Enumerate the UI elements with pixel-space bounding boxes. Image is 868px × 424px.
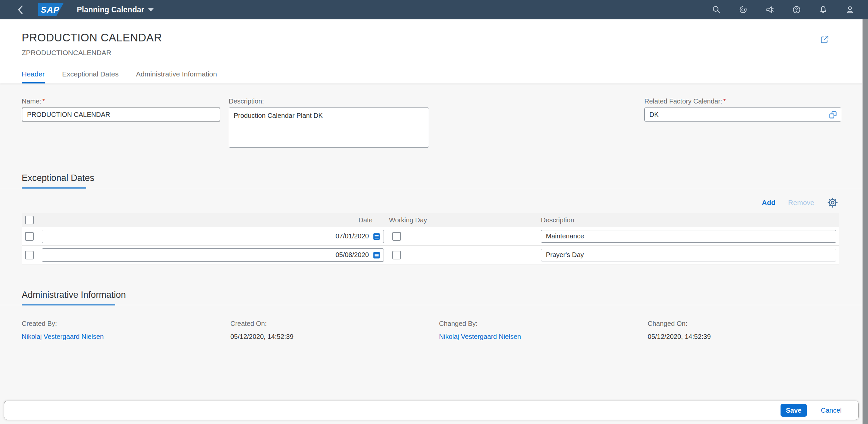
notifications-icon[interactable]	[816, 3, 830, 17]
select-all-checkbox[interactable]	[25, 216, 34, 224]
exceptional-dates-rule	[0, 188, 862, 188]
add-button[interactable]: Add	[762, 199, 776, 207]
column-header-description: Description	[536, 216, 839, 224]
name-field-group: Name:* PRODUCTION CALENDAR	[22, 97, 220, 148]
working-day-checkbox[interactable]	[392, 232, 401, 241]
copilot-icon[interactable]	[737, 3, 750, 17]
calendar-icon[interactable]	[372, 232, 381, 241]
date-input[interactable]: 05/08/2020	[42, 248, 384, 262]
date-input[interactable]: 07/01/2020	[42, 230, 384, 243]
tab-administrative-information[interactable]: Administrative Information	[136, 70, 217, 84]
table-header-row: Date Working Day Description	[22, 213, 839, 227]
shell-actions	[710, 3, 857, 17]
row-select-checkbox[interactable]	[25, 251, 34, 260]
help-icon[interactable]	[790, 3, 803, 17]
date-value: 07/01/2020	[336, 232, 369, 240]
sap-logo-text: SAP	[41, 5, 59, 15]
search-icon[interactable]	[710, 3, 723, 17]
tab-strip: Header Exceptional Dates Administrative …	[22, 70, 217, 84]
sap-logo[interactable]: SAP	[38, 3, 63, 16]
created-on-value: 05/12/2020, 14:52:39	[230, 333, 439, 340]
back-icon[interactable]	[15, 4, 26, 16]
admin-underline	[22, 304, 115, 305]
description-label: Description:	[229, 97, 429, 105]
cancel-button[interactable]: Cancel	[821, 406, 842, 414]
page-header: PRODUCTION CALENDAR ZPRODUCTIONCALENDAR …	[0, 19, 868, 84]
admin-info-grid: Created By: Nikolaj Vestergaard Nielsen …	[22, 320, 862, 340]
app-title: Planning Calendar	[77, 5, 144, 14]
shell-bar: SAP Planning Calendar	[0, 0, 868, 19]
footer-bar: Save Cancel	[4, 401, 859, 420]
page-subtitle: ZPRODUCTIONCALENDAR	[22, 49, 111, 57]
exceptional-dates-underline	[22, 187, 86, 189]
created-by-group: Created By: Nikolaj Vestergaard Nielsen	[22, 320, 230, 340]
share-icon[interactable]	[818, 33, 831, 46]
admin-rule	[0, 305, 862, 305]
description-textarea[interactable]: Production Calendar Plant DK	[229, 108, 429, 148]
remove-button[interactable]: Remove	[788, 199, 814, 207]
changed-on-label: Changed On:	[648, 320, 862, 328]
working-day-checkbox[interactable]	[392, 251, 401, 260]
page-title: PRODUCTION CALENDAR	[22, 31, 162, 44]
created-on-group: Created On: 05/12/2020, 14:52:39	[230, 320, 439, 340]
row-select-checkbox[interactable]	[25, 232, 34, 241]
name-label: Name:	[22, 97, 41, 105]
app-title-menu[interactable]: Planning Calendar	[77, 5, 154, 14]
table-row: 05/08/2020 Prayer's Day	[22, 246, 839, 265]
name-input[interactable]: PRODUCTION CALENDAR	[22, 108, 220, 122]
created-on-label: Created On:	[230, 320, 439, 328]
rfc-required-mark: *	[723, 97, 726, 105]
exceptional-dates-section-title: Exceptional Dates	[22, 173, 94, 183]
user-icon[interactable]	[843, 3, 857, 17]
content-area: Name:* PRODUCTION CALENDAR Description: …	[0, 84, 862, 424]
tab-exceptional-dates[interactable]: Exceptional Dates	[62, 70, 119, 84]
column-header-working-day: Working Day	[384, 216, 536, 224]
related-factory-calendar-field-group: Related Factory Calendar:* DK	[644, 97, 841, 148]
description-field-group: Description: Production Calendar Plant D…	[229, 97, 429, 148]
value-help-icon[interactable]	[828, 110, 838, 121]
header-form: Name:* PRODUCTION CALENDAR Description: …	[0, 84, 862, 148]
changed-by-label: Changed By:	[439, 320, 648, 328]
calendar-icon[interactable]	[372, 251, 381, 260]
created-by-value[interactable]: Nikolaj Vestergaard Nielsen	[22, 333, 230, 340]
tab-header[interactable]: Header	[22, 70, 45, 84]
table-row: 07/01/2020 Maintenance	[22, 227, 839, 246]
save-button[interactable]: Save	[780, 404, 807, 417]
changed-on-value: 05/12/2020, 14:52:39	[648, 333, 862, 340]
changed-by-value[interactable]: Nikolaj Vestergaard Nielsen	[439, 333, 648, 340]
scrollbar-thumb[interactable]	[863, 19, 868, 424]
admin-section-title: Administrative Information	[22, 290, 126, 300]
changed-on-group: Changed On: 05/12/2020, 14:52:39	[648, 320, 862, 340]
date-value: 05/08/2020	[336, 251, 369, 259]
related-factory-calendar-input[interactable]: DK	[644, 108, 841, 122]
exceptional-dates-table: Date Working Day Description 07/01/2020 …	[22, 213, 839, 265]
related-factory-calendar-value: DK	[649, 111, 659, 119]
announcement-icon[interactable]	[763, 3, 777, 17]
column-header-date: Date	[42, 216, 384, 224]
table-toolbar: Add Remove	[0, 197, 838, 208]
description-input[interactable]: Prayer's Day	[541, 249, 836, 262]
related-factory-calendar-label: Related Factory Calendar:	[644, 97, 722, 105]
created-by-label: Created By:	[22, 320, 230, 328]
vertical-scrollbar[interactable]	[862, 19, 868, 424]
name-required-mark: *	[42, 97, 45, 105]
chevron-down-icon	[148, 8, 154, 11]
changed-by-group: Changed By: Nikolaj Vestergaard Nielsen	[439, 320, 648, 340]
description-input[interactable]: Maintenance	[541, 230, 836, 243]
settings-gear-icon[interactable]	[827, 197, 838, 208]
